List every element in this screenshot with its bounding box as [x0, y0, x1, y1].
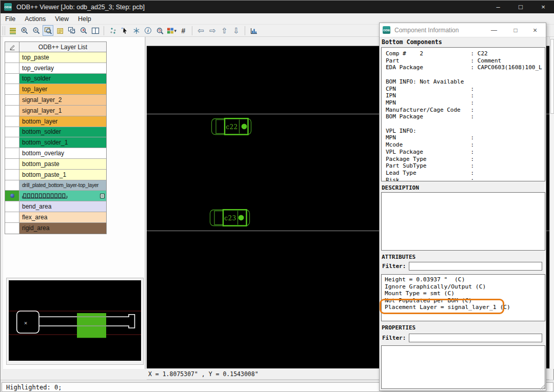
layer-row-color[interactable]: top_overlay: [19, 63, 106, 73]
layer-row-selector[interactable]: [5, 159, 19, 169]
layer-row-selector[interactable]: [5, 63, 19, 73]
layer-list-button[interactable]: [7, 25, 18, 36]
pan-up-button[interactable]: ⇧: [219, 25, 230, 36]
notes-button[interactable]: [54, 25, 65, 36]
layer-row-selector[interactable]: [5, 116, 19, 127]
properties-filter-input[interactable]: [409, 334, 542, 342]
tile-windows-button[interactable]: [66, 25, 77, 36]
attribute-item[interactable]: Height = 0.03937 " (C): [382, 276, 545, 283]
menu-actions[interactable]: Actions: [20, 14, 50, 24]
zoom-out-button[interactable]: [31, 25, 42, 36]
title-bar[interactable]: ODB ODB++ Viewer [Job: odb_ad25_3; Step:…: [1, 1, 554, 13]
layer-row-selector[interactable]: [5, 170, 19, 180]
close-button[interactable]: ×: [532, 1, 554, 13]
layer-row-color[interactable]: bottom_layer: [19, 116, 106, 127]
layer-row-color[interactable]: signal_layer_1: [19, 106, 106, 116]
component-c23[interactable]: c23: [210, 210, 250, 225]
layer-row-color[interactable]: bottom_solder_1: [19, 137, 106, 148]
attribute-item[interactable]: Not Populated per BOM (C): [382, 297, 545, 304]
layer-row-selector[interactable]: [5, 137, 19, 148]
pan-down-button[interactable]: ⇩: [231, 25, 242, 36]
layer-row-selector[interactable]: [5, 180, 19, 191]
layer-row[interactable]: rigid_area: [5, 223, 106, 234]
layer-row-color[interactable]: bend_area: [19, 201, 106, 212]
minimize-button[interactable]: –: [487, 1, 509, 13]
layer-row[interactable]: top_paste: [5, 52, 106, 63]
analysis-histogram-button[interactable]: [248, 25, 259, 36]
menu-file[interactable]: File: [1, 14, 20, 24]
zoom-in-button[interactable]: [19, 25, 30, 36]
layer-row-color[interactable]: signal_layer_2: [19, 95, 106, 105]
layer-row[interactable]: bottom_solder: [5, 127, 106, 138]
layer-expander-icon[interactable]: [100, 194, 105, 198]
dialog-title-bar[interactable]: ODB Component Information — □ ×: [380, 23, 546, 37]
dialog-minimize-button[interactable]: —: [486, 23, 502, 37]
layer-row[interactable]: top_overlay: [5, 63, 106, 74]
layer-row[interactable]: signal_layer_1: [5, 106, 106, 116]
layer-row-selector[interactable]: [5, 212, 19, 222]
layer-row[interactable]: top_layer: [5, 84, 106, 95]
layer-row[interactable]: bottom_overlay: [5, 148, 106, 159]
zoom-window-button[interactable]: [43, 25, 53, 36]
layer-row-color[interactable]: bottom_components: [19, 191, 106, 201]
menu-help[interactable]: Help: [73, 14, 96, 24]
layer-row[interactable]: bottom_solder_1: [5, 137, 106, 148]
layer-row-selector[interactable]: [5, 148, 19, 158]
maximize-button[interactable]: □: [509, 1, 532, 13]
layer-row-selector[interactable]: [5, 223, 19, 234]
layer-row-color[interactable]: top_paste: [19, 52, 106, 63]
zoom-selection-button[interactable]: [78, 25, 89, 36]
layer-colors-button[interactable]: ▾: [166, 25, 177, 36]
layer-row-color[interactable]: top_layer: [19, 84, 106, 94]
info-button[interactable]: i: [143, 25, 153, 36]
split-view-button[interactable]: [90, 25, 101, 36]
scrollbar-thumb[interactable]: [550, 39, 554, 114]
layer-row[interactable]: flex_area: [5, 212, 106, 223]
layer-row-color[interactable]: rigid_area: [19, 223, 106, 234]
layer-row[interactable]: bottom_paste_1: [5, 170, 106, 180]
layer-row-selector[interactable]: [5, 95, 19, 105]
layer-row-color[interactable]: top_solder: [19, 74, 106, 84]
layer-row-color[interactable]: bottom_paste_1: [19, 170, 106, 180]
dialog-close-button[interactable]: ×: [527, 23, 543, 37]
component-c22[interactable]: c22: [212, 118, 251, 134]
layer-row-color[interactable]: bottom_solder: [19, 127, 106, 137]
layer-row-selector[interactable]: [5, 201, 19, 212]
layer-row[interactable]: top_solder: [5, 74, 106, 85]
layer-row-color[interactable]: bottom_overlay: [19, 148, 106, 158]
attributes-filter-input[interactable]: [409, 262, 542, 271]
attribute-item[interactable]: Mount Type = smt (C): [382, 290, 545, 297]
layer-row-color[interactable]: flex_area: [19, 212, 106, 222]
layer-row[interactable]: bottom_layer: [5, 116, 106, 127]
toolbar-grip[interactable]: [3, 26, 5, 35]
menu-view[interactable]: View: [50, 14, 73, 24]
board-overview-panel[interactable]: ×: [6, 278, 144, 365]
layer-row-selector[interactable]: [5, 74, 19, 84]
layer-row[interactable]: bend_area: [5, 201, 106, 212]
dialog-maximize-button[interactable]: □: [508, 23, 523, 37]
layer-row-color[interactable]: drill_plated_bottom_layer-top_layer: [19, 180, 106, 191]
layer-row-selector[interactable]: [5, 84, 19, 94]
layer-row-selector[interactable]: [5, 127, 19, 137]
attribute-item[interactable]: Placement Layer = signal_layer_1 (C): [382, 304, 545, 311]
clear-highlight-button[interactable]: [131, 25, 142, 36]
reload-view-button[interactable]: [154, 25, 165, 36]
layer-row[interactable]: bottom_paste: [5, 159, 106, 170]
attribute-item[interactable]: Ignore Graphically/Output (C): [382, 283, 545, 291]
highlight-features-button[interactable]: [107, 25, 118, 36]
layer-row[interactable]: bottom_components: [5, 191, 106, 201]
grid-toggle-button[interactable]: #: [178, 25, 189, 36]
layer-row[interactable]: drill_plated_bottom_layer-top_layer: [5, 180, 106, 191]
canvas-vertical-scrollbar[interactable]: [549, 37, 554, 369]
layer-row-selector[interactable]: [5, 52, 19, 63]
layer-row-color[interactable]: bottom_paste: [19, 159, 106, 169]
select-button[interactable]: [119, 25, 130, 36]
layer-row-selector[interactable]: [5, 106, 19, 116]
layer-row[interactable]: signal_layer_2: [5, 95, 106, 106]
pan-left-button[interactable]: ⇦: [195, 25, 206, 36]
pan-right-button[interactable]: ⇨: [207, 25, 218, 36]
layer-edit-header-cell[interactable]: [5, 42, 19, 52]
dialog-resize-grip[interactable]: [539, 383, 545, 390]
layer-row-selector[interactable]: [5, 191, 19, 201]
board-overview-canvas[interactable]: ×: [9, 280, 141, 361]
